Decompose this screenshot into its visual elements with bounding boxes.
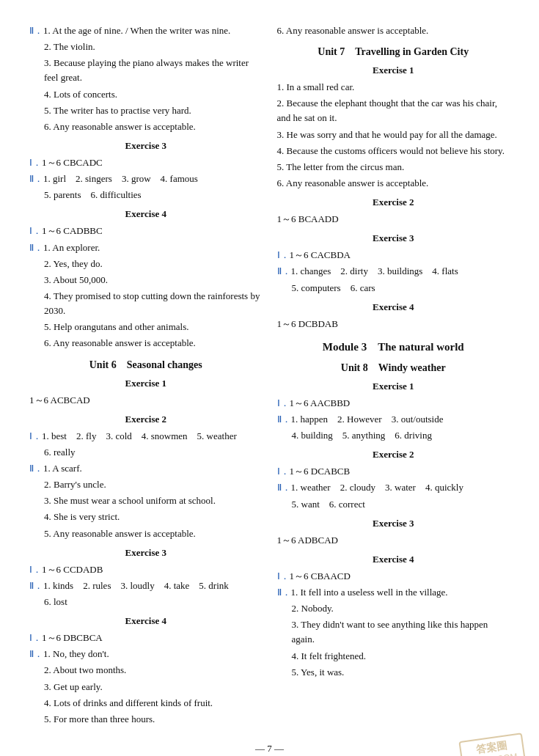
roman-i-label5: Ⅰ． [29,632,42,643]
exercise4-title: Exercise 4 [29,208,263,220]
unit8-title: Unit 8 Windy weather [277,362,510,375]
u6-ex3-i: Ⅰ．1～6 CCDADB [29,562,263,577]
u6-ex4-ii-4: 4. Lots of drinks and different kinds of… [29,696,263,711]
ex3-ii-cont: 5. parents 6. difficulties [29,188,263,202]
u7-ex2-answers: 1～6 BCAADD [277,212,510,227]
u7-ex3-ii: Ⅱ．1. changes 2. dirty 3. buildings 4. fl… [277,264,510,279]
ex4-ii-6: 6. Any reasonable answer is acceptable. [29,336,263,351]
u8-exercise2-title: Exercise 2 [277,449,510,460]
u7-exercise1-title: Exercise 1 [277,65,510,76]
u6-exercise4-title: Exercise 4 [29,615,263,627]
unit7-title: Unit 7 Travelling in Garden City [277,45,510,59]
u6-exercise1-title: Exercise 1 [29,378,263,389]
u7-ex1-2: 2. Because the elephant thought that the… [277,96,510,125]
u8-ex4-ii-2: 2. Nobody. [277,601,510,616]
u7-ex3-i: Ⅰ．1～6 CACBDA [277,248,510,263]
watermark: 答案圈 MXQE.COM [459,733,527,756]
module3-title: Module 3 The natural world [277,340,510,354]
roman-i-label9: Ⅰ． [277,570,290,581]
roman-i-label6: Ⅰ． [277,249,290,260]
u7-ex1-6: 6. Any reasonable answer is acceptable. [277,176,510,191]
roman-ii-label8: Ⅱ． [277,414,291,425]
ex4-ii-5: 5. Help orangutans and other animals. [29,320,263,334]
ex4-ii-4: 4. They promised to stop cutting down th… [29,289,263,318]
u8-ex2-i: Ⅰ．1～6 DCABCB [277,464,510,479]
u6-ex2-ii-5: 5. Any reasonable answer is acceptable. [29,526,263,541]
u7-exercise2-title: Exercise 2 [277,197,510,208]
roman-ii-label7: Ⅱ． [277,265,291,276]
ex2-item-2: 2. The violin. [29,40,263,54]
u7-ex1-1: 1. In a small red car. [277,80,510,95]
u6-ex2-ii-4: 4. She is very strict. [29,510,263,524]
u8-ex4-ii-1: Ⅱ．1. It fell into a useless well in the … [277,585,510,600]
u8-ex3-answers: 1～6 ADBCAD [277,533,510,548]
roman-ii-label: Ⅱ． [29,25,43,36]
u8-ex4-ii-3: 3. They didn't want to see anything like… [277,617,510,647]
roman-i-label2: Ⅰ． [29,225,42,236]
unit6-title: Unit 6 Seasonal changes [29,359,263,372]
content-columns: Ⅱ．1. At the age of nine. / When the writ… [29,22,510,728]
ex2-item-3: 3. Because playing the piano always make… [29,56,263,85]
u6-ex2-ii-2: 2. Barry's uncle. [29,477,263,492]
ex4-ii-3: 3. About 50,000. [29,273,263,287]
u8-ex1-ii: Ⅱ．1. happen 2. However 3. out/outside [277,412,510,427]
u8-ex2-ii-cont: 5. want 6. correct [277,497,510,512]
r-ans-6: 6. Any reasonable answer is acceptable. [277,23,510,38]
u6-ex4-ii-1: Ⅱ．1. No, they don't. [29,647,263,661]
page-number: — 7 — [29,743,510,755]
ex3-i-answers: Ⅰ．1～6 CBCADC [29,155,263,170]
u6-ex1-answers: 1～6 ACBCAD [29,393,263,408]
roman-ii-label9: Ⅱ． [277,482,291,493]
u6-ex4-ii-3: 3. Get up early. [29,680,263,694]
page: Ⅱ．1. At the age of nine. / When the writ… [0,0,539,756]
roman-ii-label2: Ⅱ． [29,173,43,184]
left-column: Ⅱ．1. At the age of nine. / When the writ… [29,22,263,728]
u6-ex4-i: Ⅰ．1～6 DBCBCA [29,631,263,645]
u8-ex2-ii: Ⅱ．1. weather 2. cloudy 3. water 4. quick… [277,480,510,495]
roman-ii-label3: Ⅱ． [29,242,43,253]
u6-exercise2-title: Exercise 2 [29,414,263,425]
roman-ii-label4: Ⅱ． [29,463,43,474]
u7-exercise4-title: Exercise 4 [277,301,510,313]
roman-i-label8: Ⅰ． [277,466,290,477]
u6-ex3-ii-cont: 6. lost [29,595,263,609]
ex4-ii-1: Ⅱ．1. An explorer. [29,241,263,255]
u8-exercise1-title: Exercise 1 [277,381,510,392]
u8-exercise4-title: Exercise 4 [277,554,510,565]
u7-ex1-5: 5. The letter from the circus man. [277,160,510,175]
roman-i-label3: Ⅰ． [29,430,42,441]
roman-ii-label5: Ⅱ． [29,580,43,591]
u6-ex4-ii-2: 2. About two months. [29,663,263,678]
u8-ex4-ii-5: 5. Yes, it was. [277,665,510,680]
roman-i-label: Ⅰ． [29,157,42,168]
roman-i-label7: Ⅰ． [277,397,290,408]
u7-ex1-3: 3. He was sorry and that he would pay fo… [277,128,510,142]
u7-ex3-ii-cont: 5. computers 6. cars [277,281,510,296]
ex2-item-6: 6. Any reasonable answer is acceptable. [29,120,263,134]
ex2-item-4: 4. Lots of concerts. [29,87,263,102]
u6-ex4-ii-5: 5. For more than three hours. [29,712,263,727]
u6-ex2-ii-1: Ⅱ．1. A scarf. [29,461,263,476]
roman-ii-label6: Ⅱ． [29,648,43,659]
u6-ex2-i: Ⅰ．1. best 2. fly 3. cold 4. snowmen 5. w… [29,429,263,444]
u7-ex4-answers: 1～6 DCBDAB [277,317,510,331]
u8-ex1-i: Ⅰ．1～6 AACBBD [277,396,510,411]
u8-ex1-ii-cont: 4. building 5. anything 6. driving [277,428,510,443]
u7-ex1-4: 4. Because the customs officers would no… [277,144,510,158]
ex3-ii-answers: Ⅱ．1. girl 2. singers 3. grow 4. famous [29,172,263,186]
ex4-ii-2: 2. Yes, they do. [29,257,263,271]
right-column: 6. Any reasonable answer is acceptable. … [277,22,510,728]
roman-i-label4: Ⅰ． [29,564,42,575]
u7-exercise3-title: Exercise 3 [277,232,510,244]
u6-ex3-ii: Ⅱ．1. kinds 2. rules 3. loudly 4. take 5.… [29,579,263,593]
u8-exercise3-title: Exercise 3 [277,518,510,529]
exercise3-title: Exercise 3 [29,140,263,152]
u8-ex4-ii-4: 4. It felt frightened. [277,649,510,664]
ex2-item-1: Ⅱ．1. At the age of nine. / When the writ… [29,23,263,38]
u8-ex4-i: Ⅰ．1～6 CBAACD [277,569,510,584]
u6-exercise3-title: Exercise 3 [29,547,263,559]
u6-ex2-i-cont: 6. really [29,445,263,460]
ex2-item-5: 5. The writer has to practise very hard. [29,103,263,118]
roman-ii-label10: Ⅱ． [277,587,291,598]
ex4-i-answers: Ⅰ．1～6 CADBBC [29,224,263,238]
